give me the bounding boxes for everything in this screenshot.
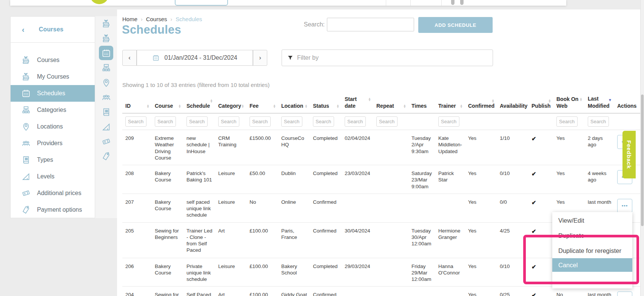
rail-item-additional-prices[interactable]	[95, 134, 117, 149]
rail-item-types[interactable]	[95, 105, 117, 119]
cell-confirmed: Yes	[465, 194, 497, 222]
column-header-schedule[interactable]: ▲▼Schedule	[183, 93, 215, 113]
rail-item-payment-options[interactable]	[95, 149, 117, 164]
date-range-picker[interactable]: 01/Jan/2024 - 31/Dec/2024	[137, 50, 253, 66]
column-search-repeat[interactable]	[376, 116, 397, 127]
sidebar-item-types[interactable]: Types	[11, 152, 95, 168]
filter-input[interactable]: Filter by	[282, 50, 493, 66]
publish-check-icon: ✔	[532, 170, 536, 177]
app-header	[10, 0, 566, 6]
feedback-tab[interactable]: Feedback	[622, 131, 636, 178]
column-header-book-on-web[interactable]: ▲▼Book On Web	[553, 93, 585, 113]
column-label: Repeat	[376, 103, 394, 109]
sidebar-item-label: Additional prices	[37, 190, 81, 197]
column-header-location[interactable]: ▲▼Location	[278, 93, 310, 113]
column-label: Fee	[250, 103, 259, 109]
cell-times: Saturday 23/Mar 9:00am	[408, 165, 435, 194]
user-icon[interactable]	[460, 0, 464, 5]
add-schedule-button[interactable]: ADD SCHEDULE	[418, 17, 493, 33]
column-header-trainer[interactable]: ▲▼Trainer	[435, 93, 465, 113]
header-button[interactable]	[175, 0, 228, 6]
sidebar-item-schedules[interactable]: Schedules	[11, 85, 95, 102]
sidebar-item-payment-options[interactable]: Payment options	[11, 201, 95, 218]
cell-repeat	[373, 130, 408, 165]
global-search-input[interactable]	[327, 18, 414, 31]
sidebar-item-providers[interactable]: Providers	[11, 135, 95, 152]
cell-repeat	[373, 258, 408, 287]
column-header-confirmed[interactable]: ▲▼Confirmed	[465, 93, 497, 113]
column-header-course[interactable]: ▲▼Course	[152, 93, 183, 113]
cell-publish: ✔	[528, 165, 553, 194]
rail-item-schedules[interactable]	[95, 46, 117, 60]
column-label: Last Modified	[588, 96, 610, 109]
cell-publish: ✔	[528, 194, 553, 222]
cell-id: 209	[122, 130, 152, 165]
rail-item-providers[interactable]	[95, 90, 117, 105]
column-search-fee[interactable]	[250, 116, 271, 127]
rail-item-courses[interactable]	[95, 16, 117, 31]
rail-item-categories[interactable]	[95, 60, 117, 75]
cell-status: Confirmed	[310, 287, 342, 296]
column-search-trainer[interactable]	[438, 116, 459, 127]
vertical-scrollbar[interactable]	[640, 0, 644, 296]
column-search-id[interactable]	[125, 116, 146, 127]
cell-schedule: Patrick's Baking 101	[183, 165, 215, 194]
cell-availability: 4/25	[497, 222, 528, 258]
sidebar-item-label: Schedules	[37, 90, 65, 97]
sidebar-icon-rail	[95, 16, 117, 218]
cell-book-on-web: Yes	[553, 165, 585, 194]
cell-publish: ✔	[528, 222, 553, 258]
breadcrumb: Home›Courses›Schedules	[122, 16, 202, 22]
cell-confirmed: Yes	[465, 165, 497, 194]
column-search-book-on-web[interactable]	[556, 116, 578, 127]
feedback-label: Feedback	[626, 140, 632, 169]
rail-item-levels[interactable]	[95, 119, 117, 134]
cell-publish: ✔	[528, 258, 553, 287]
column-header-publish[interactable]: ▲▼Publish	[528, 93, 553, 113]
row-actions-button-open[interactable]: •••	[617, 199, 632, 213]
table-row-208: 208Bakery CoursePatrick's Baking 101Leis…	[122, 165, 642, 194]
menu-item-cancel[interactable]: Cancel	[552, 258, 632, 272]
scrollbar-thumb[interactable]	[641, 95, 644, 226]
column-header-status[interactable]: ▲▼Status	[310, 93, 342, 113]
cell-repeat	[373, 222, 408, 258]
sidebar-back[interactable]: ‹ Courses	[11, 17, 95, 43]
column-header-id[interactable]: ▲▼ID	[122, 93, 152, 113]
column-search-course[interactable]	[155, 116, 176, 127]
date-range-nav: ‹ 01/Jan/2024 - 31/Dec/2024 ›	[122, 50, 267, 66]
sidebar-item-courses[interactable]: Courses	[11, 52, 95, 68]
column-search-start-date[interactable]	[345, 116, 366, 127]
rail-item-locations[interactable]	[95, 75, 117, 90]
cell-times	[408, 287, 435, 296]
column-header-last-modified[interactable]: ▼Last Modified	[585, 93, 614, 113]
column-header-fee[interactable]: ▲▼Fee	[247, 93, 278, 113]
column-search-last-modified[interactable]	[588, 116, 609, 127]
sidebar-item-my-courses[interactable]: My Courses	[11, 68, 95, 85]
prev-period-button[interactable]: ‹	[122, 50, 137, 66]
breadcrumb-item[interactable]: Courses	[146, 16, 167, 22]
next-period-button[interactable]: ›	[253, 50, 267, 66]
sidebar-item-additional-prices[interactable]: Additional prices	[11, 185, 95, 201]
cell-fee: £100.00	[247, 287, 278, 296]
column-search-location[interactable]	[281, 116, 302, 127]
column-search-schedule[interactable]	[186, 116, 208, 127]
column-label: Book On Web	[556, 96, 578, 109]
row-actions-button[interactable]: •••	[617, 291, 632, 296]
sidebar-item-levels[interactable]: Levels	[11, 168, 95, 185]
sidebar-item-locations[interactable]: Locations	[11, 118, 95, 135]
people-icon	[21, 138, 31, 148]
cell-publish: ✔	[528, 130, 553, 165]
column-search-category[interactable]	[218, 116, 239, 127]
menu-item-duplicate[interactable]: Duplicate	[552, 228, 632, 243]
column-header-category[interactable]: ▲▼Category	[215, 93, 247, 113]
sidebar-item-categories[interactable]: Categories	[11, 102, 95, 118]
cell-times: Friday 29/Mar 12:00am	[408, 258, 435, 287]
rail-item-my-courses[interactable]	[95, 31, 117, 46]
column-search-status[interactable]	[313, 116, 334, 127]
user-icon[interactable]	[451, 0, 454, 5]
column-header-start-date[interactable]: ▲▼Start date	[342, 93, 373, 113]
breadcrumb-item[interactable]: Home	[122, 16, 137, 22]
column-header-repeat[interactable]: ▲▼Repeat	[373, 93, 408, 113]
menu-item-duplicate-for-reregister[interactable]: Duplicate for reregister	[552, 243, 632, 258]
menu-item-view-edit[interactable]: View/Edit	[552, 213, 632, 228]
